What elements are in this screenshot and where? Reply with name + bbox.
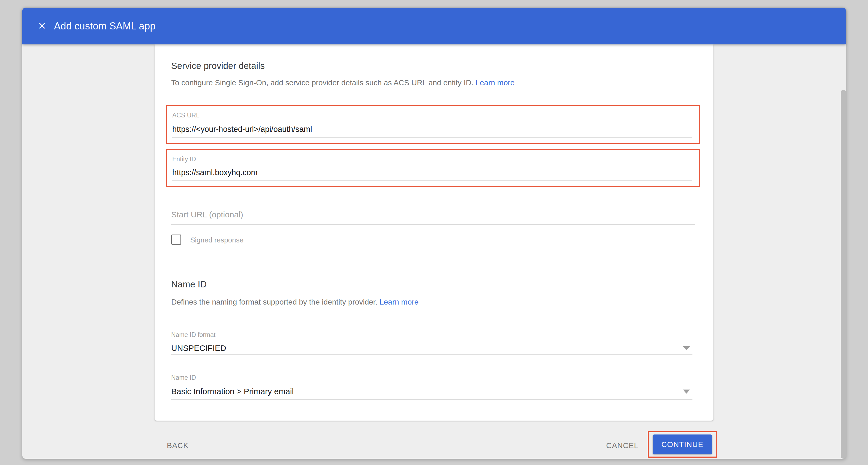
back-button[interactable]: BACK xyxy=(167,441,188,450)
entity-id-field[interactable]: Entity ID https://saml.boxyhq.com xyxy=(166,149,700,187)
start-url-underline xyxy=(171,224,695,225)
continue-button[interactable]: CONTINUE xyxy=(653,434,712,454)
name-id-format-label: Name ID format xyxy=(171,331,215,339)
entity-id-value[interactable]: https://saml.boxyhq.com xyxy=(172,168,258,177)
name-id-description-text: Defines the naming format supported by t… xyxy=(171,298,377,306)
start-url-input[interactable]: Start URL (optional) xyxy=(171,210,243,219)
signed-response-label: Signed response xyxy=(190,236,243,244)
acs-url-label: ACS URL xyxy=(172,112,199,119)
learn-more-link-name-id[interactable]: Learn more xyxy=(379,298,418,306)
learn-more-link-service-provider[interactable]: Learn more xyxy=(475,78,515,87)
entity-id-underline xyxy=(172,180,692,180)
close-button[interactable]: ✕ xyxy=(35,19,49,33)
service-provider-card: Service provider details To configure Si… xyxy=(155,44,713,421)
name-id-label: Name ID xyxy=(171,374,196,381)
scrollbar-thumb[interactable] xyxy=(841,90,846,459)
name-id-underline xyxy=(171,399,692,400)
acs-url-field[interactable]: ACS URL https://<your-hosted-url>/api/oa… xyxy=(166,105,700,144)
dialog-title: Add custom SAML app xyxy=(54,21,156,32)
signed-response-checkbox[interactable] xyxy=(171,235,181,245)
service-provider-heading: Service provider details xyxy=(171,61,265,71)
name-id-description: Defines the naming format supported by t… xyxy=(171,298,418,306)
continue-button-highlight: CONTINUE xyxy=(648,431,717,458)
entity-id-label: Entity ID xyxy=(172,156,196,163)
name-id-format-select[interactable]: UNSPECIFIED xyxy=(171,343,226,353)
dropdown-arrow-icon[interactable] xyxy=(683,346,690,350)
acs-url-underline xyxy=(172,137,692,138)
name-id-select[interactable]: Basic Information > Primary email xyxy=(171,387,293,396)
name-id-format-underline xyxy=(171,355,692,355)
acs-url-value[interactable]: https://<your-hosted-url>/api/oauth/saml xyxy=(172,125,312,134)
close-icon: ✕ xyxy=(38,21,46,32)
dropdown-arrow-icon[interactable] xyxy=(683,390,690,394)
dialog-header: ✕ Add custom SAML app xyxy=(22,8,846,44)
name-id-heading: Name ID xyxy=(171,279,207,290)
service-provider-description-text: To configure Single Sign-On, add service… xyxy=(171,78,473,87)
cancel-button[interactable]: CANCEL xyxy=(602,441,639,450)
add-custom-saml-app-dialog: ✕ Add custom SAML app Service provider d… xyxy=(22,8,846,459)
service-provider-description: To configure Single Sign-On, add service… xyxy=(171,78,515,87)
